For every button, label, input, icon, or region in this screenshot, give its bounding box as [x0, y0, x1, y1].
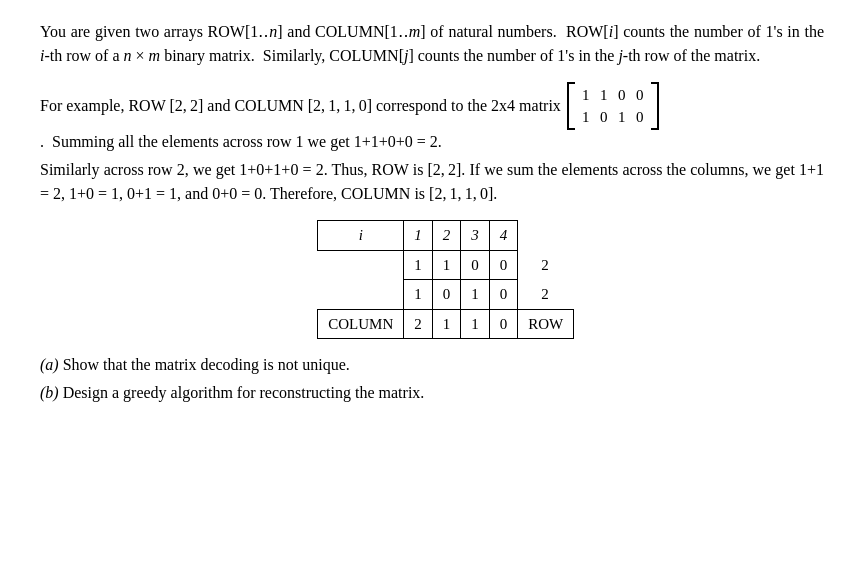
table-row2-empty: [290, 280, 318, 310]
table-col-1: 1: [404, 221, 433, 251]
cell-1-3: 0: [636, 106, 644, 129]
cell-1-2: 1: [618, 106, 626, 129]
table-row-1: 1 1 0 0 2: [290, 250, 574, 280]
table-col-sum-2: 1: [432, 309, 461, 339]
cell-0-3: 0: [636, 84, 644, 107]
table-row2-empty2: [318, 280, 404, 310]
table-col-sum-1: 2: [404, 309, 433, 339]
table-header-empty: [290, 221, 318, 251]
parts-container: (a) Show that the matrix decoding is not…: [40, 353, 824, 405]
table-r2-c2: 0: [432, 280, 461, 310]
table-row1-empty: [290, 250, 318, 280]
table-r2-c1: 1: [404, 280, 433, 310]
table-row1-sum: 2: [518, 250, 574, 280]
part-b: (b) Design a greedy algorithm for recons…: [40, 381, 824, 405]
table-r1-c2: 1: [432, 250, 461, 280]
cell-1-0: 1: [582, 106, 590, 129]
table-row-label: ROW: [518, 309, 574, 339]
matrix-bracket-left: [567, 82, 575, 130]
table-col-sum-4: 0: [489, 309, 518, 339]
example-line-1: For example, ROW [2, 2] and COLUMN [2, 1…: [40, 82, 824, 154]
matrix-cells: 1 1 0 0 1 0 1 0: [577, 84, 649, 128]
table-col-row-empty: [290, 309, 318, 339]
table-r2-c4: 0: [489, 280, 518, 310]
table-header-spacer: [518, 221, 574, 251]
table-column-row: COLUMN 2 1 1 0 ROW: [290, 309, 574, 339]
part-a: (a) Show that the matrix decoding is not…: [40, 353, 824, 377]
para1-text: You are given two arrays ROW[1‥n] and CO…: [40, 23, 824, 64]
example-table-wrapper: i 1 2 3 4 1 1 0 0 2: [40, 220, 824, 339]
example-continue-1: . Summing all the elements across row 1 …: [40, 130, 442, 154]
table-header-row: i 1 2 3 4: [290, 221, 574, 251]
table-row1-empty2: [318, 250, 404, 280]
matrix-display: 1 1 0 0 1 0 1 0: [567, 82, 659, 130]
matrix-bracket-right: [651, 82, 659, 130]
table-col-sum-3: 1: [461, 309, 490, 339]
paragraph-1: You are given two arrays ROW[1‥n] and CO…: [40, 20, 824, 68]
table-r1-c1: 1: [404, 250, 433, 280]
cell-0-1: 1: [600, 84, 608, 107]
table-r2-c3: 1: [461, 280, 490, 310]
cell-1-1: 0: [600, 106, 608, 129]
part-a-text: Show that the matrix decoding is not uni…: [63, 353, 350, 377]
part-b-label: (b): [40, 381, 59, 405]
table-row2-sum: 2: [518, 280, 574, 310]
table-col-2: 2: [432, 221, 461, 251]
table-column-label: COLUMN: [318, 309, 404, 339]
part-a-label: (a): [40, 353, 59, 377]
problem-container: You are given two arrays ROW[1‥n] and CO…: [40, 20, 824, 405]
table-col-i: i: [318, 221, 404, 251]
cell-0-2: 0: [618, 84, 626, 107]
part-b-text: Design a greedy algorithm for reconstruc…: [63, 381, 425, 405]
table-row-2: 1 0 1 0 2: [290, 280, 574, 310]
example-intro: For example, ROW [2, 2] and COLUMN [2, 1…: [40, 94, 565, 118]
table-r1-c3: 0: [461, 250, 490, 280]
paragraph-2: For example, ROW [2, 2] and COLUMN [2, 1…: [40, 82, 824, 206]
cell-0-0: 1: [582, 84, 590, 107]
table-col-3: 3: [461, 221, 490, 251]
example-table: i 1 2 3 4 1 1 0 0 2: [290, 220, 575, 339]
table-r1-c4: 0: [489, 250, 518, 280]
table-col-4: 4: [489, 221, 518, 251]
example-continue-2: Similarly across row 2, we get 1+0+1+0 =…: [40, 161, 824, 202]
